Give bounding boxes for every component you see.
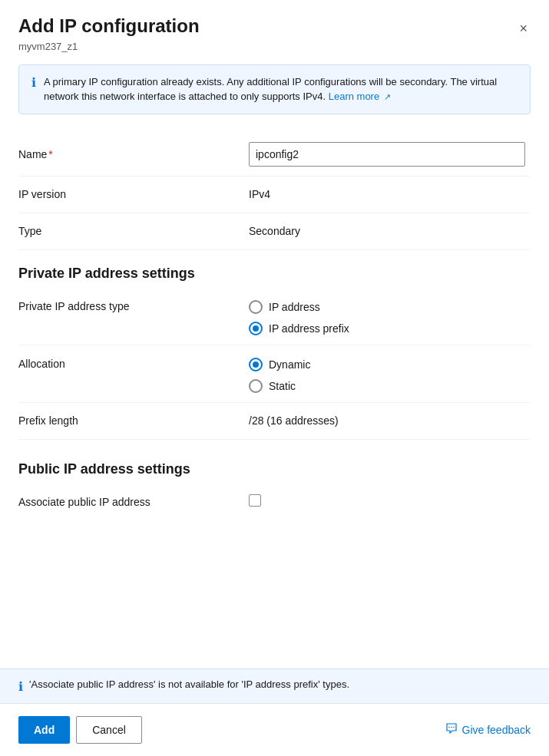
static-label: Static	[269, 380, 296, 392]
name-label: Name*	[18, 148, 249, 160]
give-feedback-button[interactable]: Give feedback	[445, 722, 531, 738]
associate-public-ip-checkbox[interactable]	[249, 494, 261, 507]
dynamic-label: Dynamic	[269, 358, 310, 371]
cancel-button[interactable]: Cancel	[76, 716, 142, 744]
ip-prefix-radio[interactable]	[249, 322, 263, 335]
add-button[interactable]: Add	[18, 716, 70, 744]
prefix-length-value: /28 (16 addresses)	[249, 414, 531, 427]
svg-point-0	[448, 727, 450, 728]
name-input[interactable]	[249, 142, 525, 167]
page-subtitle: myvm237_z1	[18, 41, 200, 52]
footer-actions: Add Cancel	[18, 716, 142, 744]
page-title: Add IP configuration	[18, 15, 200, 38]
ip-version-row: IP version IPv4	[18, 177, 531, 213]
address-type-row: Private IP address type IP address IP ad…	[18, 288, 531, 345]
static-radio[interactable]	[249, 379, 263, 393]
prefix-length-label: Prefix length	[18, 414, 249, 427]
feedback-label: Give feedback	[462, 724, 531, 736]
svg-point-1	[451, 727, 452, 728]
form-content: Name* IP version IPv4 Type Secondary Pri…	[0, 127, 549, 669]
address-type-radio-group: IP address IP address prefix	[249, 300, 531, 335]
header-left: Add IP configuration myvm237_z1	[18, 15, 200, 52]
type-label: Type	[18, 225, 249, 237]
static-option[interactable]: Static	[249, 379, 531, 393]
info-message: A primary IP configuration already exist…	[44, 76, 497, 103]
ip-version-value: IPv4	[249, 188, 531, 200]
ip-version-label: IP version	[18, 188, 249, 200]
ip-address-option[interactable]: IP address	[249, 300, 531, 314]
add-ip-config-panel: Add IP configuration myvm237_z1 × ℹ A pr…	[0, 0, 549, 756]
address-type-options: IP address IP address prefix	[249, 300, 531, 335]
ip-prefix-label: IP address prefix	[269, 322, 349, 335]
associate-public-ip-row: Associate public IP address	[18, 484, 531, 520]
close-button[interactable]: ×	[516, 18, 531, 38]
allocation-options: Dynamic Static	[249, 358, 531, 393]
info-icon: ℹ	[31, 75, 36, 90]
name-row: Name*	[18, 133, 531, 177]
ip-address-radio[interactable]	[249, 300, 263, 314]
prefix-length-text: /28 (16 addresses)	[249, 414, 339, 427]
bottom-info-banner: ℹ 'Associate public IP address' is not a…	[0, 669, 549, 703]
type-value: Secondary	[249, 225, 531, 237]
prefix-length-row: Prefix length /28 (16 addresses)	[18, 403, 531, 440]
ip-address-label: IP address	[269, 301, 320, 313]
associate-public-ip-value	[249, 494, 531, 509]
feedback-icon	[445, 722, 458, 738]
dynamic-option[interactable]: Dynamic	[249, 358, 531, 371]
learn-more-link[interactable]: Learn more ↗	[329, 91, 391, 102]
public-section-heading: Public IP address settings	[18, 440, 531, 484]
type-row: Type Secondary	[18, 213, 531, 250]
ip-prefix-option[interactable]: IP address prefix	[249, 322, 531, 335]
external-link-icon: ↗	[384, 92, 391, 101]
footer: Add Cancel Give feedback	[0, 703, 549, 756]
svg-point-2	[453, 727, 455, 728]
name-value	[249, 142, 531, 167]
bottom-info-text: 'Associate public IP address' is not ava…	[29, 678, 349, 690]
allocation-radio-group: Dynamic Static	[249, 358, 531, 393]
required-indicator: *	[48, 148, 52, 160]
dynamic-radio[interactable]	[249, 358, 263, 371]
private-section-heading: Private IP address settings	[18, 250, 531, 288]
panel-header: Add IP configuration myvm237_z1 ×	[0, 0, 549, 52]
allocation-label: Allocation	[18, 358, 249, 370]
address-type-label: Private IP address type	[18, 300, 249, 312]
info-banner: ℹ A primary IP configuration already exi…	[18, 64, 531, 114]
info-text: A primary IP configuration already exist…	[44, 74, 518, 104]
allocation-row: Allocation Dynamic Static	[18, 345, 531, 403]
bottom-info-icon: ℹ	[18, 679, 23, 694]
associate-public-ip-label: Associate public IP address	[18, 496, 249, 508]
